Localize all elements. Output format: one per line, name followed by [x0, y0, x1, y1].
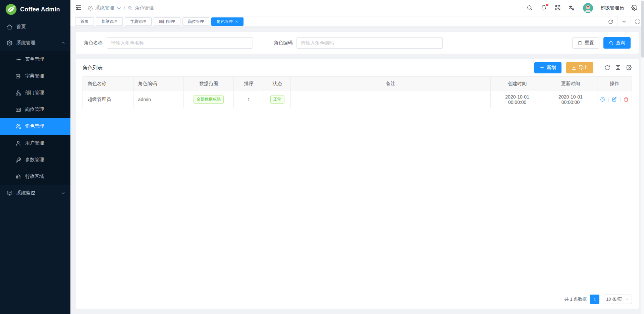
chevron-up-icon	[61, 41, 65, 45]
tab-label: 首页	[80, 19, 89, 24]
top-navbar: 系统管理 / 角色管理	[70, 0, 644, 16]
row-edit-button[interactable]	[612, 97, 617, 102]
col-data-scope[interactable]: 数据范围	[184, 77, 234, 91]
col-role-code[interactable]: 角色编码	[133, 77, 184, 91]
filter-actions: 重置 查询	[572, 37, 631, 49]
col-created[interactable]: 创建时间	[491, 77, 544, 91]
add-label: 新增	[547, 65, 556, 71]
cell-sort: 1	[234, 91, 264, 108]
scrollbar-thumb[interactable]	[641, 1, 644, 58]
cell-actions	[597, 91, 632, 108]
close-icon[interactable]	[235, 20, 238, 23]
toolbar-divider	[599, 65, 599, 70]
search-label: 查询	[616, 40, 625, 46]
sidebar-item-monitor[interactable]: 系统监控	[0, 185, 70, 201]
role-code-label: 角色编码	[274, 40, 292, 46]
sidebar-item-user-mgmt[interactable]: 用户管理	[0, 135, 70, 151]
role-name-input[interactable]	[107, 37, 253, 49]
pagination: 共 1 条数据 1 10 条/页	[83, 290, 632, 309]
sidebar-item-post-mgmt[interactable]: 岗位管理	[0, 101, 70, 118]
settings-button[interactable]	[631, 5, 638, 11]
sidebar-item-param-mgmt[interactable]: 参数管理	[0, 151, 70, 168]
tab-role-mgmt[interactable]: 角色管理	[211, 17, 244, 26]
page-button-1[interactable]: 1	[590, 295, 599, 304]
row-height-button[interactable]	[615, 65, 621, 71]
chevron-down-icon	[116, 6, 121, 11]
tab-label: 岗位管理	[188, 19, 204, 24]
tab-label: 部门管理	[159, 19, 175, 24]
col-role-name[interactable]: 角色名称	[83, 77, 133, 91]
wrench-icon	[15, 157, 21, 163]
panel-title: 角色列表	[83, 65, 103, 71]
pagination-total: 共 1 条数据	[565, 296, 587, 302]
translate-icon	[569, 5, 575, 11]
sidebar-item-label: 行政区域	[25, 174, 44, 180]
role-code-input[interactable]	[297, 37, 443, 49]
fullscreen-icon	[555, 5, 561, 11]
export-button[interactable]: 导出	[566, 62, 593, 73]
language-button[interactable]	[569, 5, 576, 11]
tab-home[interactable]: 首页	[75, 17, 94, 26]
status-badge: 正常	[270, 96, 284, 104]
role-list-panel: 角色列表 新增 导出	[76, 59, 639, 309]
sidebar-item-label: 系统监控	[16, 190, 35, 196]
data-scope-tag: 全部数据权限	[194, 96, 224, 104]
sidebar-item-role-mgmt[interactable]: 角色管理	[0, 118, 70, 135]
sidebar-item-home[interactable]: 首页	[0, 19, 70, 35]
current-username[interactable]: 超级管理员	[600, 5, 624, 11]
search-icon	[609, 41, 613, 45]
gear-icon	[631, 5, 637, 11]
gear-icon	[88, 6, 93, 11]
sidebar-item-system[interactable]: 系统管理	[0, 35, 70, 51]
filter-panel: 角色名称 角色编码 重置 查询	[76, 32, 639, 54]
tab-dept-mgmt[interactable]: 部门管理	[154, 17, 180, 26]
sidebar: Coffee Admin 首页 系统管理 菜单管理 字典管理 部门管理	[0, 0, 70, 314]
fullscreen-button[interactable]	[555, 5, 561, 11]
table-refresh-button[interactable]	[604, 65, 610, 71]
users-icon	[127, 6, 132, 11]
sidebar-item-menu-mgmt[interactable]: 菜单管理	[0, 51, 70, 68]
tab-post-mgmt[interactable]: 岗位管理	[182, 17, 209, 26]
tab-dict-mgmt[interactable]: 字典管理	[125, 17, 152, 26]
page-size-value: 10 条/页	[606, 296, 622, 302]
cell-data-scope: 全部数据权限	[184, 91, 234, 108]
search-button[interactable]	[527, 5, 533, 11]
sidebar-item-label: 角色管理	[25, 123, 44, 129]
org-tree-icon	[15, 90, 21, 96]
col-sort[interactable]: 排序	[234, 77, 264, 91]
sidebar-item-label: 用户管理	[25, 140, 44, 146]
col-updated[interactable]: 更新时间	[544, 77, 597, 91]
sidebar-item-region[interactable]: 行政区域	[0, 168, 70, 185]
table-row[interactable]: 超级管理员 admin 全部数据权限 1 正常 2020-10-01 00:00…	[83, 91, 632, 108]
page-size-select[interactable]: 10 条/页	[603, 295, 632, 304]
user-avatar[interactable]	[583, 3, 593, 13]
cell-remark	[291, 91, 491, 108]
sidebar-item-label: 字典管理	[25, 73, 44, 79]
refresh-icon	[604, 65, 610, 70]
tabs-refresh-button[interactable]	[604, 16, 617, 26]
cell-status: 正常	[264, 91, 291, 108]
tabs-menu-button[interactable]	[617, 16, 631, 26]
row-delete-button[interactable]	[624, 97, 629, 102]
column-settings-button[interactable]	[626, 65, 632, 71]
sidebar-item-dict-mgmt[interactable]: 字典管理	[0, 68, 70, 84]
reset-button[interactable]: 重置	[572, 37, 599, 49]
bank-icon	[15, 174, 21, 180]
row-permissions-button[interactable]	[600, 97, 605, 102]
list-icon	[15, 57, 21, 62]
cell-updated: 2020-10-01 00:00:00	[544, 91, 597, 108]
sidebar-item-dept-mgmt[interactable]: 部门管理	[0, 84, 70, 101]
sidebar-collapse-button[interactable]	[75, 4, 83, 12]
tab-menu-mgmt[interactable]: 菜单管理	[96, 17, 123, 26]
sidebar-item-label: 首页	[16, 24, 26, 30]
app-root: Coffee Admin 首页 系统管理 菜单管理 字典管理 部门管理	[0, 0, 644, 314]
breadcrumb-level1[interactable]: 系统管理	[95, 5, 114, 11]
search-button[interactable]: 查询	[603, 37, 631, 49]
filter-role-name-group: 角色名称	[84, 37, 253, 49]
col-status[interactable]: 状态	[264, 77, 291, 91]
add-button[interactable]: 新增	[534, 62, 561, 73]
browser-scrollbar[interactable]	[641, 0, 644, 314]
notifications-button[interactable]	[541, 5, 547, 11]
page-content: 角色名称 角色编码 重置 查询	[70, 27, 644, 314]
col-remark[interactable]: 备注	[291, 77, 491, 91]
